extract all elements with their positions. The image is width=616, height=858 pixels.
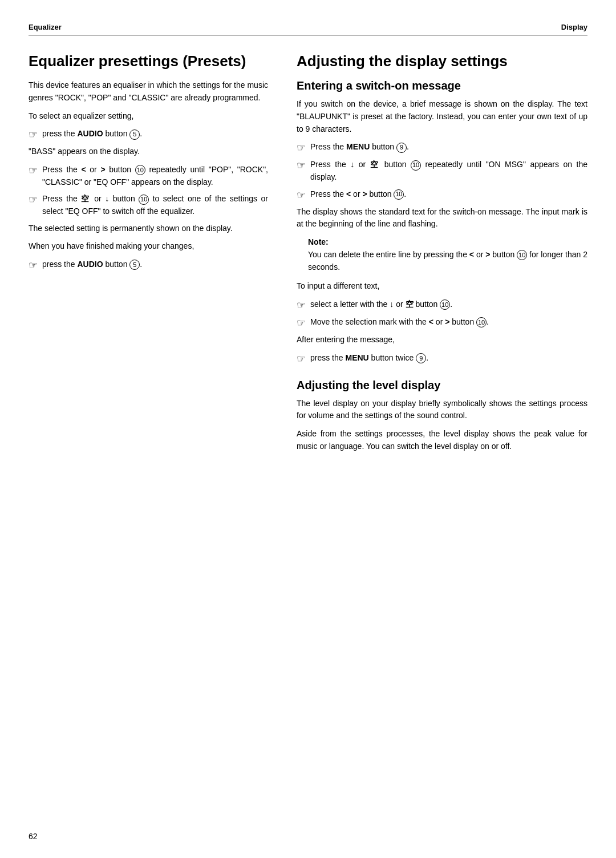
circle-10f: 10 bbox=[440, 300, 450, 310]
two-column-layout: Equalizer presettings (Presets) This dev… bbox=[29, 52, 587, 459]
bullet-select-letter: ☞ select a letter with the ↓ or 空 button… bbox=[297, 298, 587, 311]
bullet-updown-2-text: Press the ↓ or 空 button 10 repeatedly un… bbox=[310, 159, 587, 183]
bullet-menu-1-text: Press the MENU button 9. bbox=[310, 141, 409, 153]
top-bar: Equalizer Display bbox=[29, 23, 587, 35]
circle-10c: 10 bbox=[411, 160, 421, 171]
page: Equalizer Display Equalizer presettings … bbox=[0, 0, 616, 858]
header-right: Display bbox=[561, 23, 587, 31]
bullet-move-mark: ☞ Move the selection mark with the < or … bbox=[297, 316, 587, 329]
bullet-less-greater-2-text: Press the < or > button 10. bbox=[310, 188, 406, 201]
arrow-icon-10: ☞ bbox=[297, 353, 306, 365]
bullet-audio-1-text: press the AUDIO button 5. bbox=[42, 128, 142, 140]
arrow-icon-6: ☞ bbox=[297, 159, 306, 172]
bullet-updown-1: ☞ Press the 空 or ↓ button 10 to select o… bbox=[29, 193, 268, 217]
section2-title: Adjusting the level display bbox=[297, 379, 587, 392]
circle-5b: 5 bbox=[129, 260, 140, 270]
bullet-audio-1: ☞ press the AUDIO button 5. bbox=[29, 128, 268, 141]
to-input: To input a different text, bbox=[297, 280, 587, 293]
circle-10a: 10 bbox=[135, 165, 145, 175]
arrow-icon-4: ☞ bbox=[29, 259, 38, 272]
section1-intro: If you switch on the device, a brief mes… bbox=[297, 98, 587, 135]
bullet-audio-2: ☞ press the AUDIO button 5. bbox=[29, 258, 268, 272]
bullet-less-greater: ☞ Press the < or > button 10 repeatedly … bbox=[29, 164, 268, 188]
page-number: 62 bbox=[29, 832, 38, 841]
bullet-audio-2-text: press the AUDIO button 5. bbox=[42, 258, 142, 271]
left-intro: This device features an equaliser in whi… bbox=[29, 79, 268, 104]
selected-setting: The selected setting is permanently show… bbox=[29, 222, 268, 235]
display-shows: The display shows the standard text for … bbox=[297, 206, 587, 230]
arrow-icon-5: ☞ bbox=[297, 141, 306, 154]
bullet-menu-1: ☞ Press the MENU button 9. bbox=[297, 141, 587, 154]
bullet-updown-2: ☞ Press the ↓ or 空 button 10 repeatedly … bbox=[297, 159, 587, 183]
bullet-less-greater-2: ☞ Press the < or > button 10. bbox=[297, 188, 587, 201]
bass-appears: "BASS" appears on the display. bbox=[29, 145, 268, 158]
circle-10b: 10 bbox=[139, 195, 149, 205]
arrow-icon-3: ☞ bbox=[29, 193, 38, 206]
circle-10e: 10 bbox=[517, 250, 527, 260]
circle-10d: 10 bbox=[394, 189, 404, 200]
right-column: Adjusting the display settings Entering … bbox=[297, 52, 587, 459]
bullet-menu-twice: ☞ press the MENU button twice 9. bbox=[297, 352, 587, 365]
section2-para2: Aside from the settings processes, the l… bbox=[297, 428, 587, 452]
circle-5: 5 bbox=[129, 129, 140, 140]
bullet-updown-1-text: Press the 空 or ↓ button 10 to select one… bbox=[42, 193, 268, 217]
arrow-icon-2: ☞ bbox=[29, 164, 38, 177]
bullet-move-mark-text: Move the selection mark with the < or > … bbox=[310, 316, 489, 329]
bullet-select-letter-text: select a letter with the ↓ or 空 button 1… bbox=[310, 298, 452, 311]
arrow-icon-7: ☞ bbox=[297, 189, 306, 201]
right-main-title: Adjusting the display settings bbox=[297, 52, 587, 70]
after-entering: After entering the message, bbox=[297, 334, 587, 346]
circle-10g: 10 bbox=[476, 317, 487, 327]
arrow-icon-9: ☞ bbox=[297, 317, 306, 329]
left-to-select: To select an equalizer setting, bbox=[29, 110, 268, 123]
note-text: You can delete the entire line by pressi… bbox=[308, 249, 587, 273]
circle-9a: 9 bbox=[396, 143, 407, 153]
note-box: Note: You can delete the entire line by … bbox=[308, 237, 587, 273]
note-title: Note: bbox=[308, 237, 587, 246]
left-title: Equalizer presettings (Presets) bbox=[29, 52, 268, 70]
arrow-icon-1: ☞ bbox=[29, 128, 38, 141]
bullet-menu-twice-text: press the MENU button twice 9. bbox=[310, 352, 428, 365]
left-column: Equalizer presettings (Presets) This dev… bbox=[29, 52, 268, 459]
section1-title: Entering a switch-on message bbox=[297, 79, 587, 92]
section2-para1: The level display on your display briefl… bbox=[297, 398, 587, 422]
arrow-icon-8: ☞ bbox=[297, 299, 306, 311]
header-left: Equalizer bbox=[29, 23, 62, 31]
bullet-less-greater-text: Press the < or > button 10 repeatedly un… bbox=[42, 164, 268, 188]
when-finished: When you have finished making your chang… bbox=[29, 240, 268, 253]
circle-9b: 9 bbox=[416, 353, 426, 363]
